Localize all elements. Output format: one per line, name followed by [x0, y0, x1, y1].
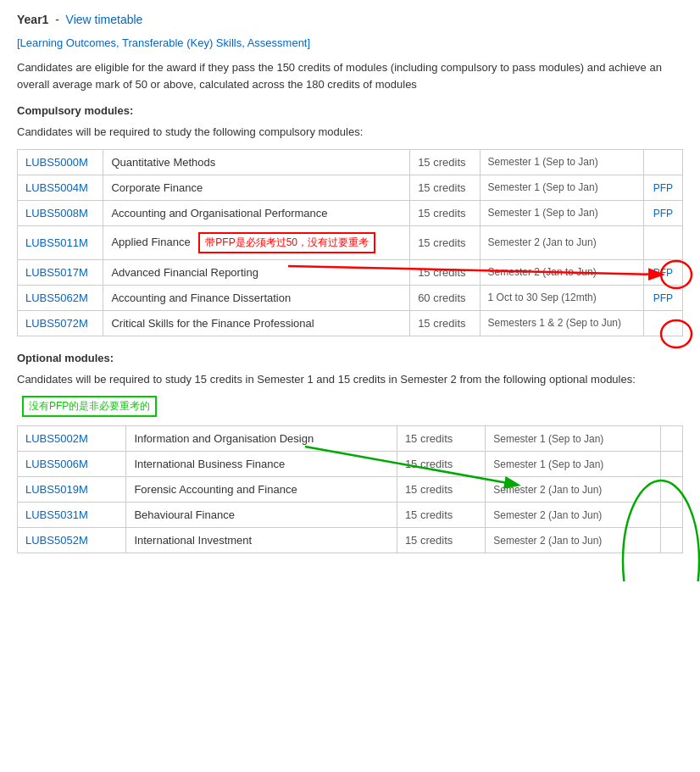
module-code-link[interactable]: LUBS5052M — [25, 534, 88, 547]
module-credits: 60 credits — [410, 285, 480, 310]
optional-annotation-green: 没有PFP的是非必要重考的 — [22, 396, 157, 417]
module-code-link[interactable]: LUBS5000M — [25, 156, 88, 169]
module-pfp — [643, 310, 682, 336]
module-pfp — [660, 477, 682, 503]
module-semester: Semester 2 (Jan to Jun) — [486, 528, 660, 553]
table-row: LUBS5031M Behavioural Finance 15 credits… — [18, 503, 683, 528]
module-code-link[interactable]: LUBS5002M — [25, 432, 88, 445]
module-name: Information and Organisation Design — [126, 426, 397, 452]
module-code-link[interactable]: LUBS5062M — [25, 292, 88, 304]
module-pfp — [643, 225, 682, 259]
compulsory-modules-table: LUBS5000M Quantitative Methods 15 credit… — [17, 149, 683, 336]
module-semester: Semesters 1 & 2 (Sep to Jun) — [480, 310, 643, 336]
year-label: Year1 — [17, 13, 48, 26]
table-row: LUBS5004M Corporate Finance 15 credits S… — [18, 175, 683, 200]
table-row: LUBS5019M Forensic Accounting and Financ… — [18, 477, 683, 503]
module-pfp — [643, 149, 682, 175]
module-name: International Investment — [126, 528, 397, 553]
module-credits: 15 credits — [410, 310, 480, 336]
module-pfp — [660, 452, 682, 477]
module-credits: 15 credits — [397, 528, 485, 553]
module-pfp: PFP — [643, 200, 682, 225]
module-code-link[interactable]: LUBS5017M — [25, 266, 88, 279]
module-code-link[interactable]: LUBS5008M — [25, 207, 88, 219]
module-semester: Semester 1 (Sep to Jan) — [486, 452, 660, 477]
module-credits: 15 credits — [410, 225, 480, 259]
module-credits: 15 credits — [397, 452, 485, 477]
module-credits: 15 credits — [397, 426, 485, 452]
compulsory-description: Candidates will be required to study the… — [17, 124, 683, 141]
module-credits: 15 credits — [410, 259, 480, 285]
module-code-link[interactable]: LUBS5004M — [25, 181, 88, 194]
module-code-link[interactable]: LUBS5019M — [25, 483, 88, 496]
module-code-link[interactable]: LUBS5006M — [25, 458, 88, 470]
module-name: Critical Skills for the Finance Professi… — [103, 310, 410, 336]
module-semester: Semester 2 (Jan to Jun) — [480, 225, 643, 259]
optional-modules-table: LUBS5002M Information and Organisation D… — [17, 425, 683, 553]
module-code-link[interactable]: LUBS5072M — [25, 317, 88, 330]
module-semester: 1 Oct to 30 Sep (12mth) — [480, 285, 643, 310]
module-credits: 15 credits — [397, 503, 485, 528]
module-name: Advanced Financial Reporting — [103, 259, 410, 285]
table-row: LUBS5008M Accounting and Organisational … — [18, 200, 683, 225]
module-pfp: PFP — [643, 259, 682, 285]
module-credits: 15 credits — [410, 175, 480, 200]
module-credits: 15 credits — [410, 149, 480, 175]
table-row: LUBS5011M Applied Finance 带PFP是必须考过50，没有… — [18, 225, 683, 259]
module-name: Accounting and Finance Dissertation — [103, 285, 410, 310]
table-row: LUBS5000M Quantitative Methods 15 credit… — [18, 149, 683, 175]
module-name: Corporate Finance — [103, 175, 410, 200]
eligibility-description: Candidates are eligible for the award if… — [17, 59, 683, 92]
module-code-link[interactable]: LUBS5031M — [25, 508, 88, 521]
module-name: Behavioural Finance — [126, 503, 397, 528]
module-name-with-annotation: Applied Finance 带PFP是必须考过50，没有过要重考 — [103, 225, 410, 259]
optional-description: Candidates will be required to study 15 … — [17, 371, 683, 388]
optional-title: Optional modules: — [17, 352, 683, 364]
module-pfp: PFP — [643, 175, 682, 200]
module-semester: Semester 2 (Jan to Jun) — [480, 259, 643, 285]
module-semester: Semester 2 (Jan to Jun) — [486, 503, 660, 528]
links-line[interactable]: [Learning Outcomes, Transferable (Key) S… — [17, 36, 683, 49]
module-pfp — [660, 528, 682, 553]
module-code-link[interactable]: LUBS5011M — [25, 236, 88, 249]
table-row: LUBS5002M Information and Organisation D… — [18, 426, 683, 452]
module-semester: Semester 1 (Sep to Jan) — [486, 426, 660, 452]
module-pfp — [660, 503, 682, 528]
module-pfp — [660, 426, 682, 452]
pfp-annotation-red: 带PFP是必须考过50，没有过要重考 — [198, 232, 375, 253]
module-semester: Semester 2 (Jan to Jun) — [486, 477, 660, 503]
module-name: Quantitative Methods — [103, 149, 410, 175]
table-row: LUBS5006M International Business Finance… — [18, 452, 683, 477]
module-name: Forensic Accounting and Finance — [126, 477, 397, 503]
module-semester: Semester 1 (Sep to Jan) — [480, 175, 643, 200]
table-row: LUBS5052M International Investment 15 cr… — [18, 528, 683, 553]
module-pfp: PFP — [643, 285, 682, 310]
module-name: International Business Finance — [126, 452, 397, 477]
module-semester: Semester 1 (Sep to Jan) — [480, 149, 643, 175]
table-row: LUBS5017M Advanced Financial Reporting 1… — [18, 259, 683, 285]
table-row: LUBS5072M Critical Skills for the Financ… — [18, 310, 683, 336]
module-credits: 15 credits — [397, 477, 485, 503]
optional-table-wrapper: LUBS5002M Information and Organisation D… — [17, 425, 683, 553]
view-timetable-link[interactable]: View timetable — [66, 13, 143, 26]
compulsory-title: Compulsory modules: — [17, 104, 683, 117]
optional-section: Optional modules: Candidates will be req… — [17, 352, 683, 554]
compulsory-table-wrapper: LUBS5000M Quantitative Methods 15 credit… — [17, 149, 683, 336]
module-semester: Semester 1 (Sep to Jan) — [480, 200, 643, 225]
module-name: Accounting and Organisational Performanc… — [103, 200, 410, 225]
table-row: LUBS5062M Accounting and Finance Dissert… — [18, 285, 683, 310]
module-credits: 15 credits — [410, 200, 480, 225]
learning-outcomes-link[interactable]: [Learning Outcomes, Transferable (Key) S… — [17, 36, 310, 49]
year-header: Year1 - View timetable — [17, 13, 683, 26]
